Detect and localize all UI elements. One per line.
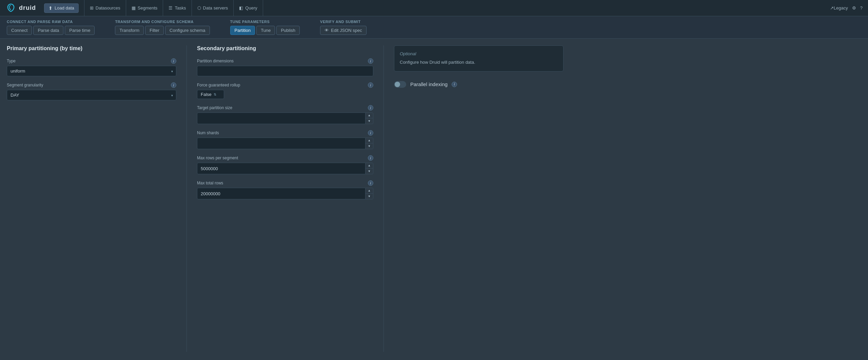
- max-rows-per-segment-decrement-button[interactable]: ▼: [366, 168, 373, 174]
- nav-segments-label: Segments: [138, 5, 158, 11]
- nav-item-query[interactable]: ◧ Query: [234, 0, 263, 16]
- main-content: Primary partitioning (by time) Type i un…: [0, 39, 868, 359]
- wizard-edit-json-button[interactable]: 👁 Edit JSON spec: [320, 26, 367, 35]
- target-partition-size-field: Target partition size i ▲ ▼: [197, 105, 373, 124]
- target-partition-size-spinner: ▲ ▼: [197, 113, 373, 124]
- wizard-transform-button[interactable]: Transform: [115, 26, 144, 35]
- max-total-rows-label: Max total rows: [197, 181, 223, 185]
- type-label-row: Type i: [7, 58, 176, 64]
- segment-granularity-select[interactable]: HOUR DAY WEEK MONTH YEAR: [7, 90, 176, 100]
- top-navigation: druid ⬆ Load data ⊞ Datasources ▦ Segmen…: [0, 0, 868, 16]
- logo-area: druid: [5, 3, 36, 14]
- num-shards-info-icon[interactable]: i: [368, 130, 373, 136]
- upload-icon: ⬆: [48, 5, 53, 11]
- force-rollup-select[interactable]: False ⇅: [197, 90, 224, 99]
- wizard-section-tune-buttons: Partition Tune Publish: [230, 26, 300, 35]
- force-rollup-field: Force guaranteed rollup i False ⇅: [197, 82, 373, 99]
- num-shards-spinner-buttons: ▲ ▼: [366, 138, 373, 149]
- max-rows-per-segment-input[interactable]: [197, 163, 366, 174]
- legacy-label: Legacy: [834, 5, 848, 11]
- force-rollup-label: Force guaranteed rollup: [197, 83, 240, 87]
- divider-middle-right: [383, 45, 384, 352]
- load-data-label: Load data: [55, 5, 74, 11]
- parallel-indexing-toggle[interactable]: [394, 81, 406, 88]
- max-total-rows-field: Max total rows i ▲ ▼: [197, 180, 373, 199]
- settings-button[interactable]: ⚙: [852, 5, 856, 11]
- segment-granularity-info-icon[interactable]: i: [171, 82, 176, 88]
- wizard-configure-schema-button[interactable]: Configure schema: [165, 26, 210, 35]
- wizard-section-connect-title: Connect and parse raw data: [7, 20, 95, 24]
- nav-item-segments[interactable]: ▦ Segments: [126, 0, 163, 16]
- wizard-section-transform-title: Transform and configure schema: [115, 20, 210, 24]
- max-total-rows-increment-button[interactable]: ▲: [366, 188, 373, 194]
- wizard-parse-data-button[interactable]: Parse data: [33, 26, 63, 35]
- num-shards-decrement-button[interactable]: ▼: [366, 143, 373, 149]
- nav-item-data-servers[interactable]: ⬡ Data servers: [192, 0, 234, 16]
- max-rows-per-segment-increment-button[interactable]: ▲: [366, 163, 373, 168]
- num-shards-input[interactable]: [197, 138, 366, 149]
- parallel-indexing-label: Parallel indexing: [410, 81, 448, 87]
- load-data-button[interactable]: ⬆ Load data: [44, 3, 79, 13]
- parallel-indexing-info-icon[interactable]: i: [452, 82, 457, 87]
- max-total-rows-input[interactable]: [197, 188, 366, 199]
- target-partition-size-label: Target partition size: [197, 105, 232, 110]
- wizard-section-connect: Connect and parse raw data Connect Parse…: [7, 20, 95, 35]
- toggle-knob: [395, 82, 400, 87]
- wizard-section-tune: Tune parameters Partition Tune Publish: [230, 20, 300, 35]
- secondary-partitioning-title: Secondary partitioning: [197, 45, 373, 52]
- druid-logo-icon: [5, 3, 16, 14]
- settings-icon: ⚙: [852, 5, 856, 11]
- partition-dimensions-input[interactable]: [197, 66, 373, 76]
- wizard-partition-button[interactable]: Partition: [230, 26, 255, 35]
- max-total-rows-decrement-button[interactable]: ▼: [366, 194, 373, 199]
- wizard-section-verify-title: Verify and submit: [320, 20, 367, 24]
- help-icon: ?: [860, 5, 863, 11]
- wizard-section-verify-buttons: 👁 Edit JSON spec: [320, 26, 367, 35]
- target-partition-size-decrement-button[interactable]: ▼: [366, 118, 373, 124]
- tasks-icon: ☰: [169, 5, 173, 11]
- optional-box: Optional Configure how Druid will partit…: [394, 45, 564, 72]
- segment-granularity-field: Segment granularity i HOUR DAY WEEK MONT…: [7, 82, 176, 100]
- nav-tasks-label: Tasks: [175, 5, 186, 11]
- logo-text: druid: [19, 4, 36, 12]
- wizard-parse-time-button[interactable]: Parse time: [65, 26, 95, 35]
- data-servers-icon: ⬡: [197, 5, 201, 11]
- wizard-tune-button[interactable]: Tune: [256, 26, 275, 35]
- target-partition-size-input[interactable]: [197, 113, 366, 124]
- nav-item-tasks[interactable]: ☰ Tasks: [163, 0, 192, 16]
- wizard-connect-button[interactable]: Connect: [7, 26, 32, 35]
- target-partition-size-label-row: Target partition size i: [197, 105, 373, 111]
- partition-dimensions-field: Partition dimensions i: [197, 58, 373, 76]
- num-shards-field: Num shards i ▲ ▼: [197, 130, 373, 149]
- num-shards-label-row: Num shards i: [197, 130, 373, 136]
- max-rows-per-segment-field: Max rows per segment i ▲ ▼: [197, 155, 373, 174]
- max-rows-per-segment-label: Max rows per segment: [197, 156, 238, 160]
- external-icon: ↗: [830, 5, 834, 11]
- num-shards-spinner: ▲ ▼: [197, 138, 373, 149]
- nav-query-label: Query: [245, 5, 257, 11]
- max-rows-per-segment-info-icon[interactable]: i: [368, 155, 373, 161]
- wizard-filter-button[interactable]: Filter: [145, 26, 164, 35]
- force-rollup-label-row: Force guaranteed rollup i: [197, 82, 373, 88]
- primary-partitioning-panel: Primary partitioning (by time) Type i un…: [7, 45, 176, 352]
- target-partition-size-increment-button[interactable]: ▲: [366, 113, 373, 118]
- num-shards-increment-button[interactable]: ▲: [366, 138, 373, 143]
- nav-item-datasources[interactable]: ⊞ Datasources: [84, 0, 126, 16]
- divider-left-middle: [186, 45, 187, 352]
- partition-dimensions-info-icon[interactable]: i: [368, 58, 373, 64]
- type-label: Type: [7, 59, 16, 63]
- legacy-link[interactable]: ↗ Legacy: [830, 5, 848, 11]
- force-rollup-info-icon[interactable]: i: [368, 82, 373, 88]
- wizard-publish-button[interactable]: Publish: [276, 26, 300, 35]
- max-rows-per-segment-spinner-buttons: ▲ ▼: [366, 163, 373, 174]
- max-rows-per-segment-spinner: ▲ ▼: [197, 163, 373, 174]
- max-total-rows-info-icon[interactable]: i: [368, 180, 373, 186]
- target-partition-size-info-icon[interactable]: i: [368, 105, 373, 111]
- type-info-icon[interactable]: i: [171, 58, 176, 64]
- wizard-header: Connect and parse raw data Connect Parse…: [0, 16, 868, 39]
- help-button[interactable]: ?: [860, 5, 863, 11]
- wizard-section-transform: Transform and configure schema Transform…: [115, 20, 210, 35]
- type-select[interactable]: uniform arbitrary: [7, 66, 176, 76]
- force-rollup-value: False: [201, 92, 212, 97]
- segment-granularity-select-wrapper: HOUR DAY WEEK MONTH YEAR ▾: [7, 90, 176, 100]
